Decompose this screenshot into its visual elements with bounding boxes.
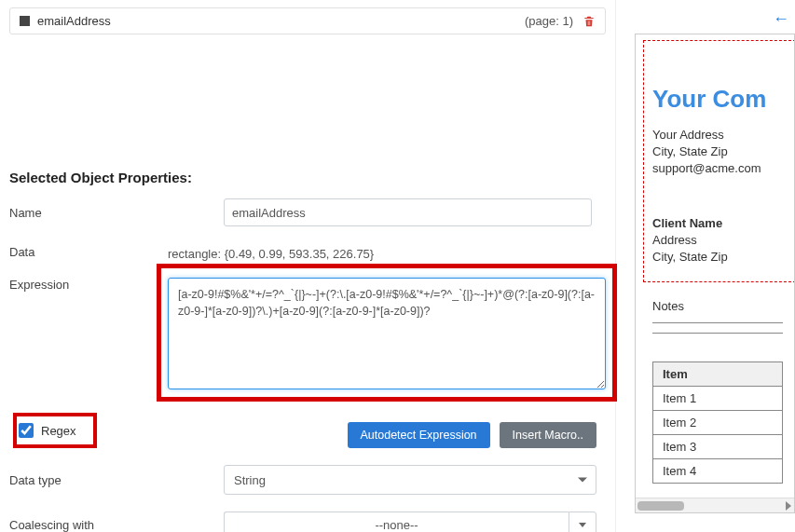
- coalescing-value: --none--: [375, 518, 418, 532]
- name-input[interactable]: [224, 198, 592, 226]
- datatype-label: Data type: [9, 473, 168, 487]
- table-row: Item 2: [653, 411, 783, 435]
- client-address-line1: Address: [652, 232, 783, 249]
- coalescing-label: Coalescing with: [9, 518, 168, 532]
- data-label: Data: [9, 245, 168, 259]
- table-row: Item 1: [653, 387, 783, 411]
- expression-label: Expression: [9, 278, 168, 292]
- coalescing-dropdown-button[interactable]: [569, 512, 596, 532]
- your-address-email: support@acme.com: [652, 160, 783, 177]
- client-name: Client Name: [652, 215, 783, 232]
- your-address-line1: Your Address: [652, 127, 783, 143]
- scrollbar-thumb[interactable]: [637, 501, 684, 511]
- object-page-label: (page: 1): [525, 14, 573, 28]
- data-value: rectangle: {0.49, 0.99, 593.35, 226.75}: [168, 243, 374, 261]
- datatype-value: String: [234, 473, 266, 487]
- item-cell: Item 3: [653, 435, 783, 459]
- divider: [652, 333, 783, 334]
- rectangle-icon: [20, 16, 30, 26]
- your-address-line2: City, State Zip: [652, 143, 783, 160]
- object-name: emailAddress: [37, 14, 111, 28]
- item-cell: Item 4: [653, 459, 783, 484]
- client-address-line2: City, State Zip: [652, 249, 783, 266]
- horizontal-scrollbar[interactable]: [636, 498, 794, 512]
- items-header: Item: [653, 362, 783, 387]
- notes-label: Notes: [652, 299, 783, 313]
- table-row: Item 3: [653, 435, 783, 459]
- scrollbar-arrow-right-icon[interactable]: [786, 501, 791, 511]
- regex-label: Regex: [41, 424, 76, 438]
- back-arrow-icon[interactable]: ←: [773, 9, 789, 29]
- coalescing-select[interactable]: --none--: [224, 512, 569, 532]
- name-label: Name: [9, 206, 168, 220]
- document-preview: Your Com Your Address City, State Zip su…: [635, 34, 795, 513]
- expression-input[interactable]: [168, 278, 606, 389]
- company-title: Your Com: [652, 85, 783, 114]
- item-cell: Item 1: [653, 387, 783, 411]
- items-table: Item Item 1 Item 2 Item 3 Item 4: [652, 361, 783, 484]
- table-row: Item 4: [653, 459, 783, 484]
- regex-checkbox[interactable]: [19, 423, 34, 438]
- item-cell: Item 2: [653, 411, 783, 435]
- datatype-select[interactable]: String: [224, 465, 596, 495]
- trash-icon[interactable]: [583, 15, 596, 28]
- object-row[interactable]: emailAddress (page: 1): [9, 7, 606, 34]
- divider: [652, 322, 783, 323]
- section-title: Selected Object Properties:: [9, 170, 615, 185]
